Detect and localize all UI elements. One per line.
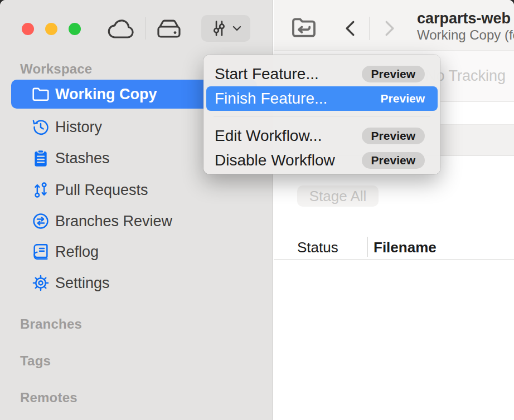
window-minimize-button[interactable]: [45, 23, 57, 35]
sidebar-item-settings[interactable]: Settings: [11, 268, 257, 297]
main-toolbar: carparts-web Working Copy (fe: [274, 0, 514, 51]
preview-badge: Preview: [371, 90, 425, 107]
workflow-icon: [211, 19, 227, 37]
sidebar-item-label: History: [55, 119, 102, 136]
menu-item-label: Start Feature...: [215, 65, 362, 83]
folder-icon: [31, 85, 50, 104]
window-close-button[interactable]: [22, 23, 34, 35]
menu-item-label: Disable Workflow: [215, 152, 362, 169]
workflow-dropdown-button[interactable]: [201, 15, 250, 42]
preview-badge: Preview: [362, 128, 425, 144]
menu-item-finish-feature[interactable]: Finish Feature... Preview: [206, 86, 438, 111]
menu-separator: [214, 116, 430, 116]
sidebar-section-tags[interactable]: Tags: [20, 353, 51, 369]
column-divider[interactable]: [367, 237, 368, 257]
repo-title: carparts-web: [417, 9, 514, 27]
sidebar-section-workspace: Workspace: [20, 61, 92, 77]
menu-item-edit-workflow[interactable]: Edit Workflow... Preview: [203, 124, 440, 148]
sidebar-item-label: Settings: [55, 275, 110, 292]
workflow-dropdown-menu: Start Feature... Preview Finish Feature.…: [203, 55, 440, 174]
sidebar-item-label: Branches Review: [55, 213, 172, 230]
app-window: Workspace Working Copy History: [0, 0, 514, 420]
column-header-filename[interactable]: Filename: [374, 239, 437, 256]
nav-divider: [369, 17, 370, 40]
pull-request-icon: [31, 180, 50, 199]
menu-item-label: Finish Feature...: [215, 90, 371, 108]
chevron-down-icon: [232, 26, 241, 31]
menu-item-label: Edit Workflow...: [215, 127, 362, 145]
stage-all-button[interactable]: Stage All: [297, 185, 379, 207]
sidebar-item-reflog[interactable]: Reflog: [11, 237, 257, 266]
branches-review-icon: [31, 212, 50, 231]
reflog-icon: [31, 242, 50, 261]
file-table-header: Status Filename: [274, 237, 514, 260]
history-icon: [31, 118, 50, 136]
preview-badge: Preview: [362, 66, 425, 82]
sidebar-item-label: Stashes: [55, 150, 110, 167]
repo-header: carparts-web Working Copy (fe: [417, 9, 514, 43]
repo-subtitle: Working Copy (fe: [417, 27, 514, 43]
sidebar-item-label: Working Copy: [55, 86, 157, 103]
forward-chevron-icon[interactable]: [381, 19, 398, 37]
cloud-icon[interactable]: [106, 18, 138, 40]
back-chevron-icon[interactable]: [342, 19, 358, 37]
menu-item-start-feature[interactable]: Start Feature... Preview: [203, 62, 440, 86]
sidebar-item-branches-review[interactable]: Branches Review: [11, 207, 257, 236]
stashes-icon: [31, 149, 50, 168]
gear-icon: [31, 274, 50, 292]
window-zoom-button[interactable]: [69, 23, 81, 35]
menu-item-disable-workflow[interactable]: Disable Workflow Preview: [203, 148, 440, 173]
sidebar-section-branches[interactable]: Branches: [20, 316, 82, 332]
preview-badge: Preview: [362, 152, 425, 169]
drive-icon[interactable]: [156, 18, 182, 40]
sidebar-item-pull-requests[interactable]: Pull Requests: [11, 175, 257, 204]
toolbar-divider: [145, 17, 146, 40]
sidebar-item-label: Pull Requests: [55, 182, 148, 199]
sidebar-section-remotes[interactable]: Remotes: [20, 390, 77, 406]
folder-return-icon[interactable]: [290, 16, 317, 39]
sidebar-item-label: Reflog: [55, 243, 99, 261]
column-header-status[interactable]: Status: [297, 239, 338, 256]
